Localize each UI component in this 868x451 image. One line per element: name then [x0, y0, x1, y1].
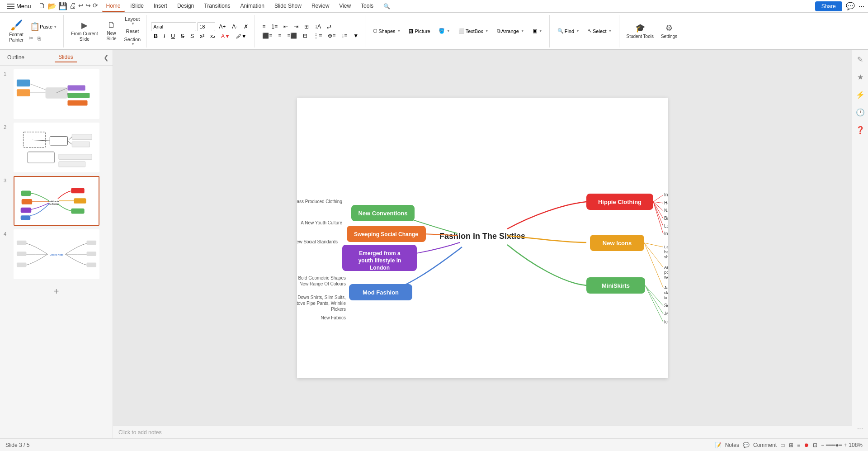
reset-button[interactable]: Reset — [123, 28, 143, 35]
more-para-button[interactable]: ▼ — [350, 32, 361, 40]
new-slide-button[interactable]: 🗋 NewSlide — [103, 19, 121, 43]
right-panel-icon-3[interactable]: ⚡ — [854, 89, 867, 101]
select-button[interactable]: ↖ Select ▼ — [585, 26, 615, 36]
slides-tab[interactable]: Slides — [55, 52, 77, 62]
zoom-slider[interactable]: ━━━●━ — [826, 442, 842, 448]
bold-button[interactable]: B — [151, 32, 160, 40]
justify-button[interactable]: ⊟ — [300, 32, 310, 40]
numbered-list-button[interactable]: 1≡ — [269, 23, 280, 31]
format-painter-button[interactable]: 🖌️ FormatPainter — [7, 18, 25, 45]
sub-bullet-button[interactable]: ⊕≡ — [325, 32, 338, 40]
nav-tools[interactable]: Tools — [356, 1, 378, 12]
section-button[interactable]: Section ▼ — [123, 36, 143, 47]
outline-view-icon[interactable]: ≡ — [797, 442, 800, 448]
slide-canvas[interactable]: Fashion in The Sixties — [297, 98, 668, 378]
slide-thumb-2[interactable] — [14, 123, 99, 172]
right-panel-icon-5[interactable]: ❓ — [854, 124, 867, 136]
align-left-button[interactable]: ⬛≡ — [259, 32, 275, 40]
decrease-indent-button[interactable]: ⇤ — [281, 23, 291, 31]
record-icon[interactable]: ⏺ — [804, 442, 809, 448]
notes-bar[interactable]: Click to add notes — [113, 426, 852, 438]
search-icon[interactable]: 🔍 — [383, 3, 390, 9]
arrange-button[interactable]: ⧉ Arrange ▼ — [494, 26, 528, 36]
shadow-button[interactable]: S — [188, 32, 197, 40]
shape-fill-btn[interactable]: ▣ ▼ — [529, 26, 546, 36]
print-icon[interactable]: 🖨 — [69, 2, 76, 10]
slide-thumb-1[interactable] — [14, 69, 99, 119]
share-button[interactable]: Share — [815, 1, 842, 11]
layout-button[interactable]: Layout ▼ — [123, 15, 143, 27]
collapse-sidebar-button[interactable]: ❮ — [104, 54, 109, 61]
superscript-button[interactable]: x² — [197, 32, 207, 40]
student-tools-button[interactable]: 🎓 Student Tools — [624, 21, 656, 41]
increase-font-button[interactable]: A+ — [216, 23, 228, 31]
font-color-button[interactable]: A▼ — [218, 32, 233, 40]
bullet-list-button[interactable]: ≡ — [259, 23, 268, 31]
align-right-button[interactable]: ≡⬛ — [284, 32, 300, 40]
nav-slideshow[interactable]: Slide Show — [270, 1, 306, 12]
repeat-icon[interactable]: ⟳ — [93, 2, 98, 10]
clear-format-button[interactable]: ✗ — [241, 23, 251, 31]
picture-button[interactable]: 🖼 Picture — [406, 27, 433, 36]
right-panel-icon-4[interactable]: 🕐 — [854, 106, 867, 119]
grid-view-icon[interactable]: ⊞ — [789, 442, 793, 448]
right-panel-icon-1[interactable]: ✎ — [855, 53, 865, 66]
cut-button[interactable]: ✂ — [27, 34, 35, 42]
slide-item-4[interactable]: 4 Central Node — [4, 229, 109, 279]
outline-tab[interactable]: Outline — [4, 53, 28, 62]
strikethrough-button[interactable]: S̶ — [178, 32, 187, 40]
paste-button[interactable]: 📋 Paste ▼ — [27, 20, 60, 33]
highlight-button[interactable]: 🖊▼ — [233, 32, 250, 40]
undo-icon[interactable]: ↩ — [78, 2, 84, 10]
columns-button[interactable]: ⊞ — [302, 23, 311, 31]
fill-button[interactable]: 🪣 ▼ — [435, 26, 453, 36]
nav-transitions[interactable]: Transitions — [199, 1, 235, 12]
textbox-button[interactable]: ⬜ TextBox ▼ — [455, 26, 492, 36]
comment-status-icon[interactable]: 💬 — [743, 442, 750, 448]
comment-top-icon[interactable]: 💬 — [846, 2, 855, 10]
right-panel-icon-2[interactable]: ★ — [855, 71, 865, 83]
menu-button[interactable]: Menu — [4, 1, 35, 11]
new-icon[interactable]: 🗋 — [38, 2, 46, 10]
normal-view-icon[interactable]: ▭ — [780, 442, 785, 448]
add-slide-button[interactable]: + — [4, 283, 109, 300]
settings-button[interactable]: ⚙ Settings — [658, 21, 680, 41]
col-bullet-button[interactable]: ⋮≡ — [311, 32, 325, 40]
nav-review[interactable]: Review — [307, 1, 334, 12]
slide-item-3[interactable]: 3 Fashion in The Sixties — [4, 176, 109, 226]
nav-insert[interactable]: Insert — [149, 1, 172, 12]
decrease-font-button[interactable]: A- — [229, 23, 240, 31]
redo-icon[interactable]: ↪ — [85, 2, 91, 10]
nav-animation[interactable]: Animation — [236, 1, 269, 12]
italic-button[interactable]: I — [161, 32, 168, 40]
subscript-button[interactable]: x₂ — [208, 32, 218, 40]
notes-label[interactable]: Notes — [725, 442, 739, 448]
nav-home[interactable]: Home — [102, 1, 125, 12]
line-spacing-button[interactable]: ↕≡ — [339, 32, 350, 40]
convert-button[interactable]: ⇄ — [324, 23, 334, 31]
font-family-input[interactable] — [151, 22, 196, 31]
font-size-input[interactable] — [197, 22, 215, 31]
nav-islide[interactable]: iSlide — [126, 1, 148, 12]
nav-view[interactable]: View — [335, 1, 355, 12]
from-current-slide-button[interactable]: ▶ From CurrentSlide — [68, 19, 100, 44]
increase-indent-button[interactable]: ⇥ — [291, 23, 301, 31]
underline-button[interactable]: U — [168, 32, 178, 40]
zoom-in-button[interactable]: + — [844, 442, 847, 448]
slide-item-1[interactable]: 1 — [4, 69, 109, 119]
fit-icon[interactable]: ⊡ — [813, 442, 817, 448]
open-icon[interactable]: 📂 — [47, 2, 57, 10]
text-direction-button[interactable]: ↕A — [312, 23, 324, 31]
copy-button[interactable]: ⎘ — [36, 34, 42, 42]
find-button[interactable]: 🔍 Find ▼ — [554, 26, 583, 36]
slide-thumb-3[interactable]: Fashion in The Sixties — [14, 176, 99, 226]
notes-status-icon[interactable]: 📝 — [715, 442, 722, 448]
slide-item-2[interactable]: 2 — [4, 123, 109, 172]
slide-thumb-4[interactable]: Central Node — [14, 229, 99, 279]
right-panel-more[interactable]: ··· — [855, 423, 865, 435]
save-icon[interactable]: 💾 — [58, 2, 67, 10]
nav-design[interactable]: Design — [173, 1, 198, 12]
more-icon[interactable]: ··· — [859, 2, 864, 10]
zoom-out-button[interactable]: − — [821, 442, 824, 448]
align-center-button[interactable]: ≡ — [275, 32, 284, 40]
